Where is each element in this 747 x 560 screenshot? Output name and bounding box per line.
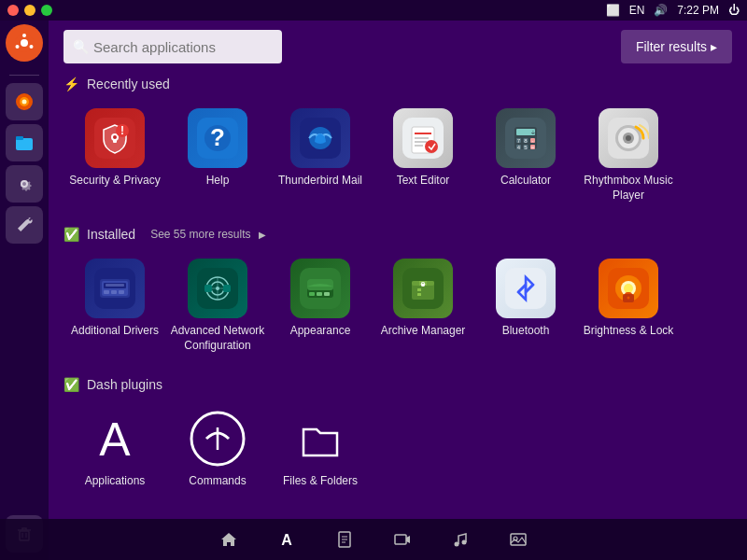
svg-rect-9 (16, 136, 23, 140)
app-icon-brightness-lock (599, 259, 658, 318)
volume-icon: 🔊 (654, 4, 668, 17)
app-item-archive-manager[interactable]: 8 Archive Manager (372, 251, 474, 360)
app-item-calculator[interactable]: ÷ 7 8 - 4 5 = Calculator (474, 101, 577, 210)
taskbar-photos-icon[interactable] (503, 525, 533, 554)
svg-point-14 (113, 135, 117, 139)
power-icon[interactable]: ⏻ (728, 4, 740, 17)
section-header-dash-plugins: ✅ Dash plugins (49, 371, 747, 396)
svg-text:=: = (531, 145, 535, 150)
app-label-text-editor: Text Editor (397, 174, 450, 189)
dash-plugins-check-icon: ✅ (63, 377, 79, 392)
maximize-button[interactable] (41, 5, 52, 16)
language-indicator: EN (629, 4, 645, 17)
taskbar-docs-icon[interactable] (330, 525, 359, 554)
display-icon: ⬜ (606, 4, 620, 17)
app-item-rhythmbox[interactable]: Rhythmbox Music Player (577, 101, 680, 210)
svg-point-1 (21, 39, 28, 47)
svg-rect-72 (324, 292, 330, 296)
see-more-link[interactable]: See 55 more results (150, 228, 250, 241)
installed-check-icon: ✅ (63, 227, 79, 242)
filter-results-button[interactable]: Filter results ▸ (621, 30, 732, 63)
svg-text:?: ? (210, 123, 225, 151)
svg-point-4 (16, 45, 20, 49)
app-label-commands: Commands (189, 474, 246, 489)
svg-text:A: A (281, 532, 292, 548)
search-area: 🔍 Filter results ▸ (49, 21, 747, 71)
taskbar: A (0, 519, 747, 560)
app-label-thunderbird: Thunderbird Mail (278, 174, 362, 189)
svg-point-50 (626, 135, 631, 141)
svg-point-84 (624, 284, 633, 293)
app-item-security-privacy[interactable]: ! Security & Privacy (63, 101, 166, 210)
svg-rect-58 (106, 284, 124, 287)
svg-rect-77 (417, 288, 421, 291)
sidebar-item-ubuntu[interactable] (6, 24, 43, 62)
app-item-files-folders[interactable]: Files & Folders (269, 401, 372, 497)
sidebar-item-firefox[interactable] (6, 83, 43, 120)
svg-rect-78 (417, 293, 421, 296)
taskbar-apps-icon[interactable]: A (272, 525, 302, 554)
svg-point-2 (22, 34, 26, 37)
installed-label: Installed (87, 227, 135, 242)
svg-rect-70 (309, 292, 315, 296)
svg-point-98 (462, 540, 467, 545)
recently-used-label: Recently used (87, 77, 170, 91)
app-item-commands[interactable]: Commands (166, 401, 269, 497)
svg-point-29 (425, 140, 438, 153)
recently-used-icon: ⚡ (63, 77, 79, 91)
app-icon-applications: A (85, 409, 145, 469)
sidebar-item-wrench[interactable] (6, 206, 43, 244)
svg-point-97 (455, 542, 459, 547)
section-header-installed: ✅ Installed See 55 more results ▶ (49, 221, 747, 245)
close-button[interactable] (7, 5, 19, 16)
app-icon-appearance (290, 259, 350, 318)
app-icon-additional-drivers (85, 259, 145, 318)
sidebar-item-settings[interactable] (6, 165, 43, 203)
app-item-additional-drivers[interactable]: Additional Drivers (63, 251, 166, 360)
app-icon-commands (188, 409, 247, 469)
svg-text:÷: ÷ (531, 130, 535, 136)
app-icon-thunderbird (290, 108, 350, 168)
app-item-bluetooth[interactable]: Bluetooth (474, 251, 577, 360)
app-item-text-editor[interactable]: Text Editor (372, 101, 474, 210)
app-label-rhythmbox: Rhythmbox Music Player (581, 174, 676, 203)
main-content: 🔍 Filter results ▸ ⚡ Recently used ! (49, 21, 747, 519)
app-icon-text-editor (393, 108, 453, 168)
taskbar-music-icon[interactable] (445, 525, 475, 554)
installed-grid: Additional Drivers Advanced Network Conf… (49, 245, 747, 371)
minimize-button[interactable] (24, 5, 35, 16)
see-more-arrow: ▶ (259, 230, 266, 240)
app-item-brightness-lock[interactable]: Brightness & Lock (577, 251, 680, 360)
app-label-calculator: Calculator (500, 174, 551, 189)
taskbar-video-icon[interactable] (388, 525, 417, 554)
svg-rect-57 (119, 290, 124, 294)
dash-plugins-grid: A Applications Commands File (49, 396, 747, 508)
app-label-appearance: Appearance (290, 324, 351, 339)
svg-point-7 (22, 100, 27, 105)
svg-rect-96 (395, 535, 406, 544)
app-icon-advanced-network (188, 259, 247, 318)
app-item-help[interactable]: ? Help (166, 101, 269, 210)
section-header-recently-used: ⚡ Recently used (49, 71, 747, 95)
svg-rect-55 (104, 290, 109, 294)
window-controls (7, 5, 52, 16)
svg-text:-: - (532, 138, 534, 144)
app-label-advanced-network: Advanced Network Configuration (170, 324, 265, 353)
search-input[interactable] (63, 30, 282, 63)
app-label-security-privacy: Security & Privacy (69, 174, 160, 189)
sidebar-divider-1 (9, 75, 39, 76)
app-item-appearance[interactable]: Appearance (269, 251, 372, 360)
svg-rect-65 (204, 285, 212, 292)
app-item-applications[interactable]: A Applications (63, 401, 166, 497)
app-item-advanced-network[interactable]: Advanced Network Configuration (166, 251, 269, 360)
app-item-thunderbird[interactable]: Thunderbird Mail (269, 101, 372, 210)
svg-rect-71 (317, 292, 322, 296)
taskbar-home-icon[interactable] (214, 525, 244, 554)
app-label-help: Help (206, 174, 230, 189)
topbar-right: ⬜ EN 🔊 7:22 PM ⏻ (606, 4, 740, 17)
sidebar-item-files[interactable] (6, 124, 43, 161)
svg-point-3 (30, 45, 34, 49)
topbar: ⬜ EN 🔊 7:22 PM ⏻ (0, 0, 747, 21)
svg-rect-66 (223, 285, 231, 292)
clock: 7:22 PM (677, 4, 719, 17)
